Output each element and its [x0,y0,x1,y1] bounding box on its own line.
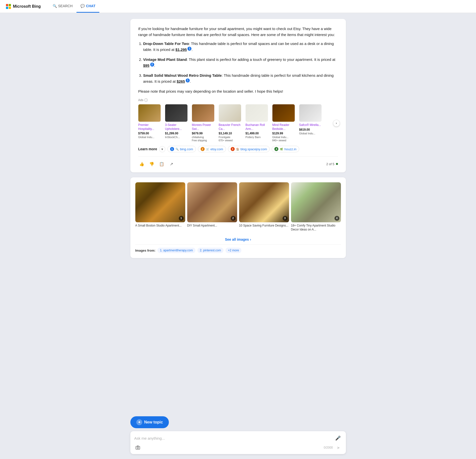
product-card[interactable]: Morees Power Swi... $679.99 chitaliving … [192,104,217,142]
product-seller: Frontgate [219,136,244,139]
source-badge-2[interactable]: 2 🛒 etsy.com [198,146,226,152]
source-number-3: 3 [231,147,235,151]
footnote-badge-3[interactable]: 1 [186,78,190,82]
product-price: $1,299.00 [165,132,190,135]
response-count: 2 of 5 [326,162,338,166]
thumbs-up-button[interactable]: 👍 [138,160,145,167]
image-caption-1: A Small Boston Studio Apartment... [135,224,185,228]
ads-info-icon[interactable]: i [144,98,148,102]
image-source-more[interactable]: +2 more [225,248,241,253]
chat-tab-label: CHAT [86,4,95,8]
new-topic-icon: ✦ [136,419,142,425]
product-price: $679.99 [192,132,217,135]
source-favicon-2: 🛒 [206,147,209,151]
response-list: Drop-Down Table For Two: This handmade t… [143,41,338,84]
source-number-2: 2 [201,147,205,151]
learn-more-dropdown[interactable]: ▾ [159,146,165,152]
image-item-1[interactable]: 1 A Small Boston Studio Apartment... [135,182,185,231]
price-link-2[interactable]: $952 [143,63,154,68]
product-card[interactable]: Buchanan Roll Arm... $1,499.00 Pottery B… [246,104,270,142]
bottom-bar-inner: ✦ New topic 🎤 0/2000 ➤ [126,416,350,454]
response-actions: 👍 👎 📋 ↗ 2 of 5 [138,156,338,167]
image-placeholder-2: 2 [187,182,237,222]
chat-input[interactable] [134,436,331,440]
image-source-2[interactable]: 2. pinterest.com [197,248,223,253]
product-badge: Free shipping [192,139,217,142]
product-price: $759.00 [138,132,163,135]
input-area: 🎤 0/2000 ➤ [130,431,346,454]
char-count: 0/2000 ➤ [324,444,342,451]
product-name: Beauvier French Ca... [219,123,244,131]
see-all-images-link[interactable]: See all images › [225,237,251,241]
product-badge: 670+ viewed [219,139,244,142]
source-badge-1[interactable]: 1 🔍 bing.com [167,146,196,152]
product-image [192,104,214,122]
price-link-1[interactable]: $1,2951 [176,47,192,52]
product-card[interactable]: Premier Hospitality... $759.00 Global In… [138,104,163,142]
source-name-1: bing.com [180,147,193,151]
product-name: Mind Reader Bedside... [272,123,297,131]
image-number-badge: 1 [179,216,184,221]
product-image [246,104,268,122]
learn-more-section: Learn more ▾ 1 🔍 bing.com 2 🛒 etsy.com 3… [138,146,338,152]
product-card[interactable]: 3-Seater Upholstere... $1,299.00 InStock… [165,104,190,142]
svg-point-1 [137,447,139,449]
char-count-text: 0/2000 [324,446,333,449]
footnote-badge-1[interactable]: 1 [187,47,191,51]
product-image [272,104,295,122]
product-badge: 840+ viewed [272,139,297,142]
source-badge-3[interactable]: 3 🏠 blog.spacejoy.com [228,146,270,152]
green-dot-icon [336,163,338,165]
send-button[interactable]: ➤ [335,444,342,451]
product-carousel-wrapper: Premier Hospitality... $759.00 Global In… [138,104,338,142]
svg-rect-0 [136,446,140,449]
source-name-3: blog.spacejoy.com [241,147,267,151]
product-name: Safco® Mirella... [299,123,322,127]
product-card[interactable]: Beauvier French Ca... $3,149.10 Frontgat… [219,104,244,142]
image-placeholder-3: 3 [239,182,289,222]
image-item-3[interactable]: 3 10 Space Saving Furniture Designs... [239,182,289,231]
image-number-badge: 2 [231,216,236,221]
copy-button[interactable]: 📋 [158,160,165,167]
product-image [219,104,241,122]
product-seller: Global Indu... [138,136,163,139]
new-topic-label: New topic [144,420,163,424]
mic-button[interactable]: 🎤 [334,434,342,442]
camera-button[interactable] [134,444,141,451]
list-item: Vintage Mod Plant Stand: This plant stan… [143,57,338,69]
image-source-1[interactable]: 1. apartmenttherapy.com [157,248,195,253]
product-seller: Global Indu... [272,136,297,139]
source-favicon-4: 🌿 [280,147,283,151]
thumbs-down-button[interactable]: 👎 [148,160,155,167]
footnote-badge-2[interactable]: 2 [150,63,154,67]
image-item-2[interactable]: 2 DIY Small Apartment... [187,182,237,231]
source-name-2: etsy.com [211,147,223,151]
list-item: Small Solid Walnut Wood Retro Dining Tab… [143,73,338,84]
source-badge-4[interactable]: 4 🌿 houzz.in [272,146,299,152]
product-price: $619.00 [299,128,322,131]
input-row: 🎤 [134,434,342,442]
price-link-3[interactable]: $2651 [177,79,190,83]
image-placeholder-1: 1 [135,182,185,222]
bottom-bar: ✦ New topic 🎤 0/2000 ➤ [0,412,476,459]
image-number-badge: 4 [334,216,339,221]
ads-label-row: Ads i [138,98,338,102]
chat-response-card: If you're looking for handmade furniture… [130,19,346,172]
carousel-next-button[interactable]: › [333,120,340,127]
tab-search[interactable]: 🔍 SEARCH [49,0,76,13]
image-caption-3: 10 Space Saving Furniture Designs... [239,224,289,228]
product-card[interactable]: Safco® Mirella... $619.00 Global Indu... [299,104,322,142]
camera-icon [135,445,140,450]
search-tab-icon: 🔍 [53,4,57,8]
image-item-4[interactable]: 4 18+ Comfy Tiny Apartment Studio Decor … [291,182,341,231]
item-name-2: Vintage Mod Plant Stand [143,57,187,62]
nav-tabs: 🔍 SEARCH 💬 CHAT [49,0,99,13]
share-button[interactable]: ↗ [168,160,175,167]
microsoft-logo-icon [6,4,11,9]
product-name: Buchanan Roll Arm... [246,123,270,131]
source-name-4: houzz.in [284,147,296,151]
product-card[interactable]: Mind Reader Bedside... $129.99 Global In… [272,104,297,142]
tab-chat[interactable]: 💬 CHAT [76,0,99,13]
image-caption-2: DIY Small Apartment... [187,224,237,228]
new-topic-button[interactable]: ✦ New topic [130,416,169,428]
